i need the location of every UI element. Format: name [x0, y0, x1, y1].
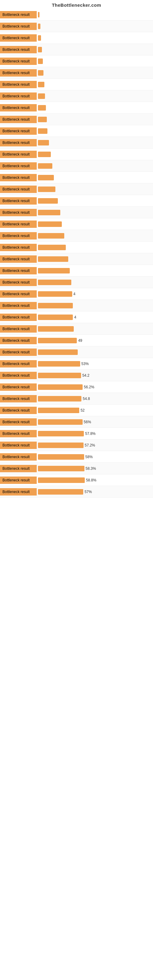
bar-cell: 4 — [37, 290, 153, 298]
bar-cell — [37, 57, 153, 65]
bottleneck-label: Bottleneck result — [0, 418, 37, 426]
table-row: Bottleneck result56.2% — [0, 381, 153, 393]
bottleneck-label: Bottleneck result — [0, 162, 37, 170]
value-text: 56% — [84, 420, 91, 424]
bar-cell — [37, 220, 153, 229]
progress-bar — [38, 442, 83, 448]
table-row: Bottleneck result — [0, 44, 153, 56]
bottleneck-label: Bottleneck result — [0, 395, 37, 402]
progress-bar — [38, 128, 48, 134]
bottleneck-label: Bottleneck result — [0, 232, 37, 240]
bottleneck-label: Bottleneck result — [0, 127, 37, 135]
progress-bar — [38, 198, 58, 204]
table-row: Bottleneck result — [0, 265, 153, 277]
progress-bar — [38, 466, 84, 471]
bottleneck-label: Bottleneck result — [0, 488, 37, 495]
bottleneck-label: Bottleneck result — [0, 57, 37, 65]
bottleneck-label: Bottleneck result — [0, 11, 37, 18]
progress-bar — [38, 419, 83, 425]
bottleneck-label: Bottleneck result — [0, 383, 37, 391]
progress-bar — [38, 140, 49, 145]
bottleneck-label: Bottleneck result — [0, 302, 37, 309]
table-row: Bottleneck result — [0, 172, 153, 183]
bar-cell: 54.8 — [37, 395, 153, 403]
bottleneck-label: Bottleneck result — [0, 104, 37, 111]
value-text: 57% — [84, 490, 92, 494]
bar-cell: 57% — [37, 488, 153, 496]
progress-bar — [38, 186, 56, 192]
progress-bar — [38, 384, 83, 390]
bottleneck-label: Bottleneck result — [0, 151, 37, 158]
bar-cell — [37, 103, 153, 112]
bottleneck-label: Bottleneck result — [0, 221, 37, 228]
table-row: Bottleneck result — [0, 137, 153, 148]
table-row: Bottleneck result — [0, 323, 153, 335]
bottleneck-label: Bottleneck result — [0, 430, 37, 438]
bottleneck-label: Bottleneck result — [0, 348, 37, 356]
progress-bar — [38, 12, 40, 18]
bottleneck-label: Bottleneck result — [0, 46, 37, 53]
bar-cell: 49 — [37, 336, 153, 345]
table-row: Bottleneck result — [0, 67, 153, 79]
progress-bar — [38, 233, 64, 239]
table-row: Bottleneck result — [0, 183, 153, 195]
bottleneck-label: Bottleneck result — [0, 360, 37, 368]
bar-cell: 58% — [37, 453, 153, 461]
bottleneck-label: Bottleneck result — [0, 267, 37, 274]
table-row: Bottleneck result53% — [0, 358, 153, 370]
bar-cell — [37, 92, 153, 100]
progress-bar — [38, 350, 78, 355]
table-row: Bottleneck result — [0, 346, 153, 358]
value-text: 58.3% — [86, 466, 96, 471]
table-row: Bottleneck result — [0, 277, 153, 288]
bottleneck-label: Bottleneck result — [0, 244, 37, 251]
table-row: Bottleneck result58.8% — [0, 474, 153, 486]
value-text: 58% — [85, 455, 93, 459]
bar-cell — [37, 255, 153, 263]
progress-bar — [38, 338, 77, 343]
value-text: 57.8% — [85, 431, 96, 436]
site-header: TheBottlenecker.com — [0, 0, 153, 9]
bar-cell: 52 — [37, 406, 153, 415]
bottleneck-label: Bottleneck result — [0, 255, 37, 263]
bottleneck-label: Bottleneck result — [0, 325, 37, 332]
table-row: Bottleneck result58.3% — [0, 463, 153, 474]
bottleneck-label: Bottleneck result — [0, 186, 37, 193]
table-row: Bottleneck result — [0, 230, 153, 242]
bar-cell — [37, 80, 153, 89]
bar-cell: 58.3% — [37, 464, 153, 473]
bar-cell — [37, 197, 153, 205]
bar-cell — [37, 127, 153, 135]
bar-cell — [37, 68, 153, 77]
bar-cell — [37, 325, 153, 333]
progress-bar — [38, 175, 54, 180]
bar-cell — [37, 301, 153, 310]
bar-cell — [37, 266, 153, 275]
table-row: Bottleneck result — [0, 21, 153, 32]
bar-cell — [37, 162, 153, 170]
progress-bar — [38, 431, 84, 436]
bottleneck-label: Bottleneck result — [0, 209, 37, 216]
bar-cell — [37, 22, 153, 30]
bottleneck-label: Bottleneck result — [0, 69, 37, 76]
progress-bar — [38, 245, 66, 250]
table-row: Bottleneck result52 — [0, 404, 153, 416]
progress-bar — [38, 373, 81, 378]
value-text: 53% — [81, 362, 89, 366]
bottleneck-label: Bottleneck result — [0, 313, 37, 321]
bar-cell: 4 — [37, 313, 153, 321]
progress-bar — [38, 291, 72, 297]
bottleneck-label: Bottleneck result — [0, 174, 37, 181]
progress-bar — [38, 82, 45, 87]
table-row: Bottleneck result — [0, 90, 153, 102]
bar-cell — [37, 34, 153, 42]
table-row: Bottleneck result — [0, 218, 153, 230]
table-row: Bottleneck result49 — [0, 335, 153, 346]
table-row: Bottleneck result4 — [0, 288, 153, 300]
bottleneck-label: Bottleneck result — [0, 453, 37, 461]
bottleneck-label: Bottleneck result — [0, 372, 37, 379]
bar-cell — [37, 348, 153, 356]
progress-bar — [38, 256, 68, 262]
value-text: 54.8 — [83, 396, 90, 401]
table-row: Bottleneck result — [0, 242, 153, 253]
